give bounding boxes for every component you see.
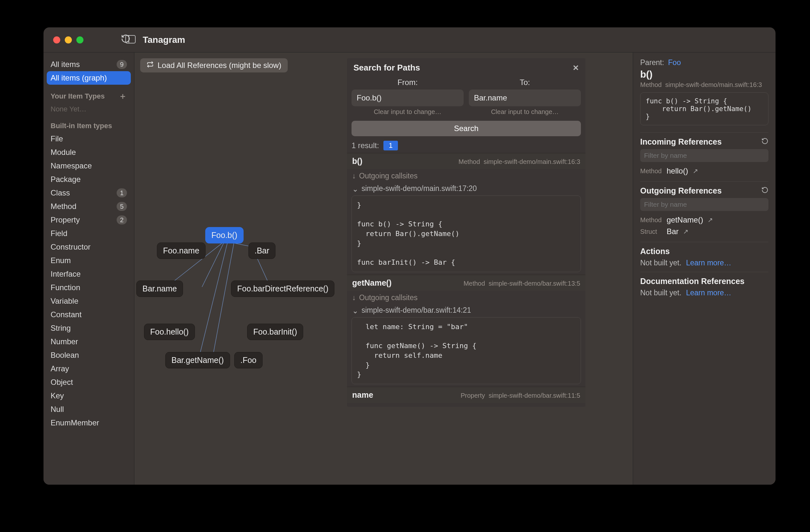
- maximize-icon[interactable]: [76, 36, 83, 44]
- file-location-row[interactable]: ⌄simple-swift-demo/main.swift:17:20: [347, 183, 585, 196]
- sidebar-item-all-items[interactable]: All items9: [47, 57, 131, 71]
- sidebar-item-number[interactable]: Number: [47, 335, 131, 348]
- docs-status: Not built yet.: [640, 288, 681, 297]
- sidebar-item-null[interactable]: Null: [47, 402, 131, 416]
- svg-line-6: [212, 241, 234, 362]
- reload-icon[interactable]: [121, 34, 130, 46]
- actions-learn-more-link[interactable]: Learn more…: [686, 259, 731, 267]
- from-input[interactable]: [352, 89, 464, 106]
- from-label: From:: [352, 76, 464, 89]
- docs-learn-more-link[interactable]: Learn more…: [686, 288, 731, 297]
- sidebar-item-method[interactable]: Method5: [47, 200, 131, 213]
- your-types-empty: None Yet…: [47, 104, 131, 116]
- count-badge: 1: [117, 188, 127, 197]
- inspector: Parent: Foo b() Method simple-swift-demo…: [633, 52, 776, 485]
- sidebar-item-constructor[interactable]: Constructor: [47, 240, 131, 254]
- graph-node-foo-bdr[interactable]: Foo.barDirectReference(): [231, 281, 335, 297]
- docs-header: Documentation References: [640, 272, 768, 286]
- result-item-header[interactable]: nameProperty simple-swift-demo/bar.swift…: [347, 387, 585, 403]
- open-icon: ↗: [693, 167, 698, 175]
- graph-node-foo-b[interactable]: Foo.b(): [205, 227, 244, 244]
- sidebar-item-file[interactable]: File: [47, 132, 131, 146]
- graph-node-foo-binit[interactable]: Foo.barInit(): [247, 323, 303, 340]
- load-references-button[interactable]: Load All References (might be slow): [140, 58, 288, 72]
- minimize-icon[interactable]: [65, 36, 72, 44]
- reload-icon[interactable]: [761, 186, 768, 196]
- inspector-meta: Method simple-swift-demo/main.swift:16:3: [640, 81, 768, 88]
- parent-link[interactable]: Foo: [668, 58, 681, 67]
- result-count-badge: 1: [384, 141, 398, 150]
- outgoing-filter-input[interactable]: [640, 198, 768, 211]
- graph-node-bar-gn[interactable]: Bar.getName(): [165, 352, 230, 368]
- chevron-down-icon: ⌄: [352, 306, 358, 315]
- outgoing-callsites-label: ↓Outgoing callsites: [347, 291, 585, 305]
- sidebar-item-property[interactable]: Property2: [47, 213, 131, 227]
- load-references-label: Load All References (might be slow): [158, 61, 281, 70]
- outgoing-callsites-label: ↓Outgoing callsites: [347, 169, 585, 183]
- code-snippet: let name: String = "bar" func getName() …: [352, 317, 581, 384]
- inspector-title: b(): [640, 69, 768, 80]
- sidebar-item-key[interactable]: Key: [47, 389, 131, 402]
- graph-node-bar-name[interactable]: Bar.name: [136, 281, 183, 297]
- sidebar: All items9All items (graph)Your Item Typ…: [44, 52, 134, 485]
- graph-canvas[interactable]: Load All References (might be slow) Foo.…: [134, 52, 633, 485]
- app-title: Tanagram: [143, 35, 185, 45]
- open-icon: ↗: [683, 228, 688, 235]
- reference-row[interactable]: Methodhello()↗: [640, 165, 768, 177]
- graph-node-dot-bar[interactable]: .Bar: [248, 243, 275, 259]
- graph-node-dot-foo[interactable]: .Foo: [234, 352, 263, 368]
- sidebar-item-module[interactable]: Module: [47, 146, 131, 159]
- search-button[interactable]: Search: [352, 121, 581, 136]
- result-count-label: 1 result:: [352, 141, 379, 150]
- count-badge: 2: [117, 215, 127, 225]
- window-controls: [53, 36, 83, 44]
- to-hint: Clear input to change…: [469, 106, 581, 118]
- sidebar-item-variable[interactable]: Variable: [47, 294, 131, 308]
- sidebar-item-enummember[interactable]: EnumMember: [47, 416, 131, 430]
- file-location-row[interactable]: ⌄simple-swift-demo/bar.swift:14:21: [347, 305, 585, 317]
- svg-line-5: [199, 241, 228, 359]
- arrow-down-icon: ↓: [352, 293, 356, 302]
- app-window: Tanagram All items9All items (graph)Your…: [44, 27, 776, 485]
- close-icon[interactable]: ✕: [572, 64, 579, 72]
- add-type-button[interactable]: ＋: [118, 90, 127, 102]
- sidebar-item-boolean[interactable]: Boolean: [47, 348, 131, 362]
- incoming-header: Incoming References: [640, 132, 768, 147]
- close-icon[interactable]: [53, 36, 60, 44]
- cycle-icon: [147, 61, 154, 70]
- result-item-header[interactable]: b()Method simple-swift-demo/main.swift:1…: [347, 153, 585, 169]
- sidebar-item-array[interactable]: Array: [47, 362, 131, 376]
- graph-node-foo-name[interactable]: Foo.name: [157, 243, 206, 259]
- code-snippet: } func b() -> String { return Bar().getN…: [352, 196, 581, 272]
- reference-row[interactable]: StructBar↗: [640, 226, 768, 237]
- parent-row: Parent: Foo: [640, 58, 768, 67]
- search-panel: Search for Paths ✕ From: Clear input to …: [347, 58, 585, 407]
- titlebar: Tanagram: [44, 27, 776, 52]
- sidebar-item-all-items-graph-[interactable]: All items (graph): [47, 71, 131, 85]
- to-input[interactable]: [469, 89, 581, 106]
- sidebar-item-constant[interactable]: Constant: [47, 308, 131, 321]
- arrow-down-icon: ↓: [352, 172, 356, 180]
- sidebar-item-interface[interactable]: Interface: [47, 267, 131, 281]
- sidebar-item-string[interactable]: String: [47, 321, 131, 335]
- reload-icon[interactable]: [761, 137, 768, 147]
- actions-status: Not built yet.: [640, 259, 681, 267]
- chevron-down-icon: ⌄: [352, 185, 358, 194]
- count-badge: 9: [117, 60, 127, 69]
- result-item-header[interactable]: getName()Method simple-swift-demo/bar.sw…: [347, 275, 585, 291]
- reference-row[interactable]: MethodgetName()↗: [640, 214, 768, 226]
- incoming-filter-input[interactable]: [640, 149, 768, 162]
- sidebar-item-class[interactable]: Class1: [47, 186, 131, 200]
- to-label: To:: [469, 76, 581, 89]
- graph-node-foo-hello[interactable]: Foo.hello(): [144, 323, 195, 340]
- sidebar-item-namespace[interactable]: Namespace: [47, 159, 131, 172]
- open-icon: ↗: [708, 216, 713, 224]
- outgoing-header: Outgoing References: [640, 181, 768, 196]
- sidebar-item-enum[interactable]: Enum: [47, 254, 131, 267]
- sidebar-item-package[interactable]: Package: [47, 172, 131, 186]
- sidebar-item-field[interactable]: Field: [47, 227, 131, 240]
- search-panel-title: Search for Paths: [354, 63, 420, 73]
- inspector-code: func b() -> String { return Bar().getNam…: [640, 93, 768, 125]
- sidebar-item-function[interactable]: Function: [47, 281, 131, 294]
- sidebar-item-object[interactable]: Object: [47, 376, 131, 389]
